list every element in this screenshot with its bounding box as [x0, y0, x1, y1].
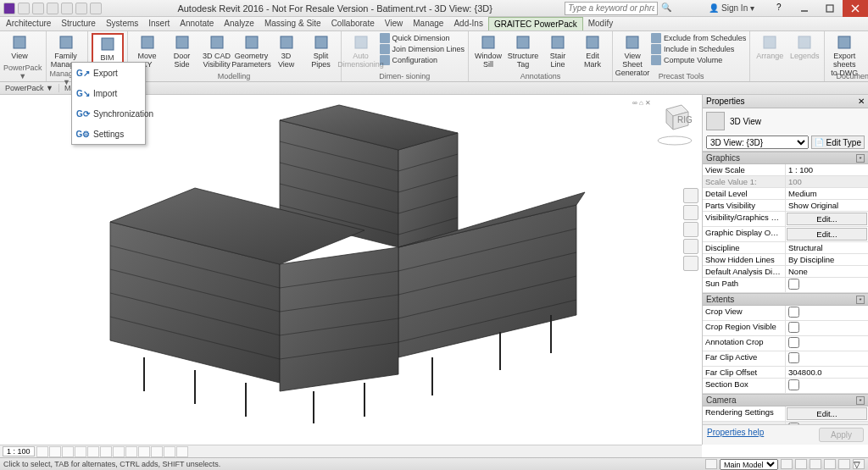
- tab-insert[interactable]: Insert: [143, 17, 175, 30]
- door-side[interactable]: DoorSide: [166, 33, 198, 69]
- prop-value[interactable]: Show Original: [786, 200, 868, 211]
- workset-icon[interactable]: [705, 459, 717, 469]
- navcube[interactable]: RIGHT: [656, 99, 693, 147]
- prop-value[interactable]: 1 : 100: [786, 164, 868, 175]
- 3d-cad-visibility[interactable]: 3D CADVisibility: [201, 33, 233, 69]
- navigation-bar[interactable]: [683, 188, 698, 271]
- tab-manage[interactable]: Manage: [408, 17, 448, 30]
- prop-value[interactable]: Structural: [786, 242, 868, 253]
- view-button[interactable]: View: [3, 33, 36, 61]
- dd-import[interactable]: G↘Import: [72, 83, 145, 103]
- configuration[interactable]: Configuration: [380, 55, 465, 65]
- detail-level-icon[interactable]: [36, 446, 48, 457]
- structure-tag[interactable]: StructureTag: [507, 33, 539, 69]
- dd-settings[interactable]: G⚙Settings: [72, 124, 145, 144]
- select-pinned-icon[interactable]: [810, 459, 821, 469]
- qat-open-icon[interactable]: [18, 3, 30, 14]
- tab-collaborate[interactable]: Collaborate: [326, 17, 380, 30]
- prop-value[interactable]: Edit...: [787, 213, 867, 225]
- big-r-icon[interactable]: [3, 3, 15, 14]
- help-icon[interactable]: ?: [776, 3, 788, 14]
- properties-close-icon[interactable]: ✕: [858, 97, 865, 106]
- section-extents[interactable]: Extents*: [703, 293, 868, 306]
- orbit-icon[interactable]: [683, 239, 698, 254]
- infocenter-search[interactable]: [565, 2, 658, 15]
- edit-mark[interactable]: Edit Mark: [576, 33, 609, 69]
- 3d-view[interactable]: 3DView: [270, 33, 303, 69]
- maximize-button[interactable]: [817, 0, 843, 17]
- window-sill[interactable]: WindowSill: [472, 33, 504, 69]
- temphide-icon[interactable]: [138, 446, 150, 457]
- prop-value[interactable]: 304800.0: [786, 367, 868, 378]
- join-dimension-lines[interactable]: Join Dimension Lines: [380, 44, 465, 54]
- select-underlay-icon[interactable]: [795, 459, 807, 469]
- lock3d-icon[interactable]: [125, 446, 137, 457]
- tab-graitec-powerpack[interactable]: GRAITEC PowerPack: [488, 17, 583, 30]
- dd-synchronization[interactable]: G⟳Synchronization: [72, 103, 145, 124]
- search-icon[interactable]: 🔍: [661, 3, 673, 14]
- steering-wheel-icon[interactable]: [683, 188, 698, 203]
- rendering-icon[interactable]: [87, 446, 99, 457]
- apply-button[interactable]: Apply: [819, 428, 864, 442]
- tab-architecture[interactable]: Architecture: [1, 17, 56, 30]
- select-links-icon[interactable]: [781, 459, 793, 469]
- properties-help-link[interactable]: Properties help: [707, 428, 764, 442]
- prop-value[interactable]: [786, 321, 868, 335]
- qat-save-icon[interactable]: [32, 3, 44, 14]
- prop-value[interactable]: [786, 336, 868, 351]
- visual-style-icon[interactable]: [49, 446, 61, 457]
- view-scale[interactable]: 1 : 100: [3, 446, 35, 456]
- exclude-schedules[interactable]: Exclude from Schedules: [651, 33, 746, 43]
- tab-add-ins[interactable]: Add-Ins: [448, 17, 487, 30]
- tab-modify[interactable]: Modify: [583, 17, 618, 30]
- tab-view[interactable]: View: [380, 17, 409, 30]
- tab-analyze[interactable]: Analyze: [219, 17, 259, 30]
- prop-value[interactable]: [786, 306, 868, 320]
- displace-icon[interactable]: [176, 446, 188, 457]
- reveal-icon[interactable]: [151, 446, 163, 457]
- exchange-apps-icon[interactable]: [763, 3, 775, 14]
- prop-value[interactable]: Medium: [786, 188, 868, 199]
- analytical-icon[interactable]: [164, 446, 175, 457]
- section-graphics[interactable]: Graphics*: [703, 152, 868, 164]
- qat-redo-icon[interactable]: [61, 3, 73, 14]
- shadows-icon[interactable]: [75, 446, 86, 457]
- quick-dimension[interactable]: Quick Dimension: [380, 33, 465, 43]
- geometry-parameters[interactable]: GeometryParameters: [236, 33, 268, 69]
- zoom-icon[interactable]: [683, 222, 698, 237]
- crop-icon[interactable]: [100, 446, 112, 457]
- tab-massing-site[interactable]: Massing & Site: [259, 17, 326, 30]
- design-options-select[interactable]: Main Model: [720, 459, 778, 470]
- compute-volume[interactable]: Compute Volume: [651, 55, 746, 65]
- showcrop-icon[interactable]: [113, 446, 125, 457]
- tab-annotate[interactable]: Annotate: [175, 17, 219, 30]
- prop-value[interactable]: None: [786, 266, 868, 277]
- tab-systems[interactable]: Systems: [101, 17, 143, 30]
- lookaround-icon[interactable]: [683, 256, 698, 271]
- subscription-icon[interactable]: [675, 3, 687, 14]
- prop-value[interactable]: Edit...: [787, 407, 867, 420]
- navcube-compass-icon[interactable]: [656, 135, 693, 147]
- powerpack-panel-drop[interactable]: PowerPack ▼: [0, 84, 59, 92]
- exchange-icon[interactable]: [688, 3, 700, 14]
- sign-in[interactable]: 👤 Sign In ▾: [704, 3, 760, 13]
- 3d-viewport[interactable]: ∞ ⌂ ✕: [0, 95, 702, 445]
- filter-icon[interactable]: ▽ 0: [853, 459, 865, 469]
- pan-icon[interactable]: [683, 205, 698, 220]
- close-button[interactable]: [843, 0, 868, 17]
- dd-export[interactable]: G↗Export: [72, 63, 145, 83]
- qat-measure-icon[interactable]: [90, 3, 102, 14]
- section-camera[interactable]: Camera*: [703, 394, 868, 406]
- include-schedules[interactable]: Include in Schedules: [651, 44, 746, 54]
- edit-type-button[interactable]: 📄 Edit Type: [811, 135, 865, 149]
- drag-icon[interactable]: [838, 459, 850, 469]
- excel-link[interactable]: ExcelLink: [863, 33, 868, 69]
- prop-value[interactable]: [786, 351, 868, 366]
- viewport-quick-icons[interactable]: ∞ ⌂ ✕: [632, 99, 651, 107]
- prop-value[interactable]: [786, 379, 868, 393]
- split-pipes[interactable]: SplitPipes: [305, 33, 337, 69]
- qat-undo-icon[interactable]: [47, 3, 58, 14]
- stair-line[interactable]: StairLine: [542, 33, 574, 69]
- prop-value[interactable]: Edit...: [787, 228, 867, 241]
- sunpath-icon[interactable]: [62, 446, 74, 457]
